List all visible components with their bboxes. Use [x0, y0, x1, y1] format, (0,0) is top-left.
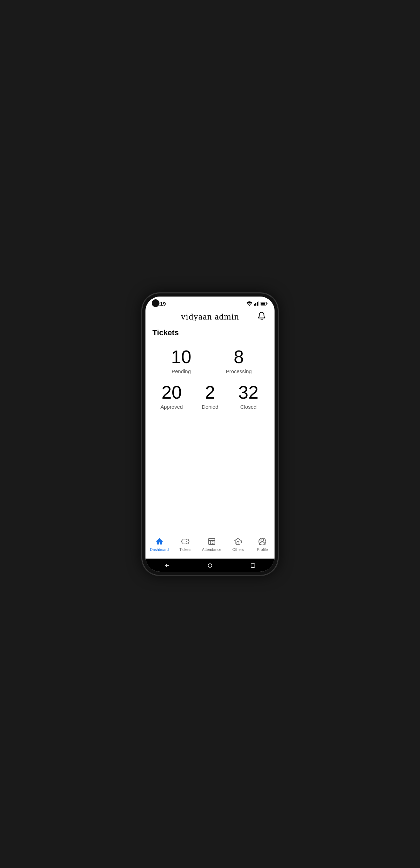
pending-count: 10 — [171, 347, 192, 367]
closed-count: 32 — [238, 383, 258, 402]
home-icon — [155, 537, 164, 546]
nav-others[interactable]: Others — [227, 536, 248, 553]
status-icons — [247, 301, 268, 306]
signal-icon — [254, 301, 259, 306]
nav-dashboard-label: Dashboard — [150, 547, 169, 552]
section-title: Tickets — [152, 328, 268, 337]
stat-processing[interactable]: 8 Processing — [223, 347, 255, 374]
svg-rect-2 — [257, 302, 258, 306]
profile-icon — [258, 537, 267, 546]
tickets-top-row: 10 Pending 8 Processing — [152, 347, 268, 374]
denied-label: Denied — [202, 404, 218, 410]
nav-tickets[interactable]: Tickets — [175, 536, 196, 553]
nav-tickets-label: Tickets — [179, 547, 191, 552]
nav-others-label: Others — [232, 547, 244, 552]
denied-count: 2 — [205, 383, 215, 402]
notification-button[interactable] — [256, 310, 268, 323]
nav-attendance[interactable]: Attendance — [199, 536, 224, 553]
approved-label: Approved — [160, 404, 183, 410]
camera — [152, 299, 159, 307]
svg-point-11 — [208, 563, 212, 567]
processing-label: Processing — [226, 368, 252, 374]
others-icon — [233, 537, 242, 546]
stat-pending[interactable]: 10 Pending — [166, 347, 197, 374]
closed-label: Closed — [240, 404, 257, 410]
bell-icon — [257, 312, 266, 321]
stat-closed[interactable]: 32 Closed — [233, 383, 264, 410]
approved-count: 20 — [162, 383, 182, 402]
stat-denied[interactable]: 2 Denied — [194, 383, 226, 410]
nav-profile[interactable]: Profile — [252, 536, 273, 553]
bottom-navigation: Dashboard Tickets — [145, 532, 275, 559]
nav-attendance-label: Attendance — [202, 547, 222, 552]
svg-rect-12 — [251, 563, 255, 567]
nav-dashboard[interactable]: Dashboard — [147, 536, 172, 553]
svg-rect-7 — [209, 538, 215, 545]
svg-rect-1 — [255, 303, 256, 306]
android-nav-bar — [145, 559, 275, 572]
android-home-button[interactable] — [207, 562, 213, 569]
tickets-bottom-row: 20 Approved 2 Denied 32 Closed — [152, 383, 268, 410]
svg-rect-6 — [261, 302, 265, 305]
app-title: vidyaan admin — [181, 312, 239, 322]
android-back-button[interactable] — [164, 562, 171, 569]
svg-point-9 — [261, 539, 264, 541]
status-bar: 10:19 — [145, 297, 275, 309]
ticket-icon — [181, 537, 190, 546]
main-content: Tickets 10 Pending 8 Processing 20 Appro… — [145, 325, 275, 532]
nav-profile-label: Profile — [257, 547, 268, 552]
stat-approved[interactable]: 20 Approved — [156, 383, 187, 410]
svg-rect-5 — [267, 303, 268, 304]
phone-screen: 10:19 — [145, 297, 275, 572]
processing-count: 8 — [234, 347, 244, 367]
battery-icon — [261, 302, 268, 306]
svg-rect-3 — [258, 301, 259, 306]
svg-rect-0 — [254, 304, 255, 306]
wifi-icon — [247, 301, 252, 306]
pending-label: Pending — [172, 368, 191, 374]
attendance-icon — [207, 537, 216, 546]
android-recents-button[interactable] — [249, 562, 256, 569]
phone-device: 10:19 — [142, 293, 278, 575]
app-header: vidyaan admin — [145, 309, 275, 325]
